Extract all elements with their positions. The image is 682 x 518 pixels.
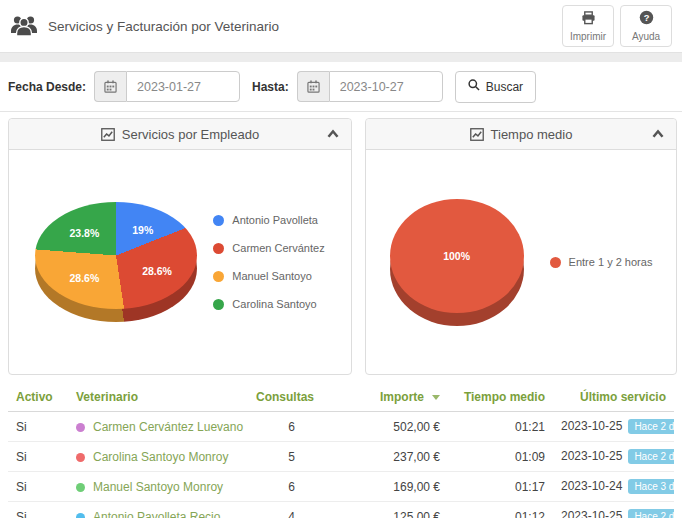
cell-consultas: 5: [248, 442, 303, 472]
table-row: SiCarolina Santoyo Monroy5237,00 €01:092…: [8, 442, 674, 472]
chart-icon: [470, 128, 484, 141]
cell-veterinario: Antonio Pavolleta Recio: [68, 502, 248, 518]
panel-header: Servicios por Empleado: [9, 119, 351, 150]
collapse-chevron-up-icon[interactable]: [652, 129, 664, 138]
veterinario-link[interactable]: Carolina Santoyo Monroy: [93, 450, 228, 464]
printer-icon: [581, 11, 596, 28]
cell-ultimo-servicio: 2023-10-25Hace 2 días: [553, 412, 674, 442]
cell-importe: 125,00 €: [303, 502, 448, 518]
help-button[interactable]: ? Ayuda: [620, 5, 672, 47]
pie-slice-label: 28.6%: [69, 272, 99, 284]
veterinario-link[interactable]: Antonio Pavolleta Recio: [93, 510, 220, 518]
search-button-label: Buscar: [486, 80, 523, 94]
legend-label: Antonio Pavolleta: [232, 214, 318, 226]
date-filter-bar: Fecha Desde: Hasta:: [0, 62, 682, 112]
col-importe[interactable]: Importe: [303, 383, 448, 412]
date-from-input[interactable]: [126, 71, 240, 102]
table-row: SiCarmen Cervántez Luevano6502,00 €01:21…: [8, 412, 674, 442]
panel-servicios-por-empleado: Servicios por Empleado 19%28.6%28.6%23.8…: [8, 118, 352, 375]
legend-color-dot: [213, 243, 224, 254]
users-group-icon: [10, 15, 38, 37]
pie-slice-labels: 19%28.6%28.6%23.8%: [35, 202, 197, 309]
legend-color-dot: [213, 271, 224, 282]
calendar-icon[interactable]: [297, 71, 329, 102]
pie-slice-label: 28.6%: [142, 265, 172, 277]
cell-veterinario: Carolina Santoyo Monroy: [68, 442, 248, 472]
cell-activo: Si: [8, 502, 68, 518]
cell-consultas: 6: [248, 412, 303, 442]
veterinario-link[interactable]: Manuel Santoyo Monroy: [93, 480, 223, 494]
top-navbar: Servicios y Facturación por Veterinario …: [0, 0, 682, 52]
cell-consultas: 4: [248, 502, 303, 518]
col-consultas[interactable]: Consultas: [248, 383, 303, 412]
date-to-input[interactable]: [329, 71, 443, 102]
col-tiempo-medio[interactable]: Tiempo medio: [448, 383, 553, 412]
veterinarios-table: Activo Veterinario Consultas Importe Tie…: [8, 383, 674, 518]
search-button[interactable]: Buscar: [455, 71, 536, 103]
cell-ultimo-servicio: 2023-10-24Hace 3 días: [553, 472, 674, 502]
cell-importe: 169,00 €: [303, 472, 448, 502]
vet-color-dot: [76, 423, 85, 432]
legend-color-dot: [550, 257, 561, 268]
cell-consultas: 6: [248, 472, 303, 502]
print-button-label: Imprimir: [570, 31, 606, 42]
days-ago-badge: Hace 2 días: [628, 509, 674, 518]
search-icon: [468, 79, 480, 94]
col-activo[interactable]: Activo: [8, 383, 68, 412]
print-button[interactable]: Imprimir: [562, 5, 614, 47]
cell-veterinario: Carmen Cervántez Luevano: [68, 412, 248, 442]
sort-desc-icon: [432, 395, 440, 400]
svg-text:?: ?: [643, 13, 649, 23]
panel-body: 19%28.6%28.6%23.8% Antonio PavolletaCarm…: [9, 150, 351, 374]
cell-ultimo-servicio: 2023-10-25Hace 2 días: [553, 502, 674, 518]
legend-item[interactable]: Entre 1 y 2 horas: [550, 256, 653, 268]
legend-label: Carmen Cervántez: [232, 242, 324, 254]
pie-slice-label: 23.8%: [69, 227, 99, 239]
pie-slice-label: 100%: [443, 250, 470, 262]
col-veterinario[interactable]: Veterinario: [68, 383, 248, 412]
cell-tiempo-medio: 01:09: [448, 442, 553, 472]
cell-tiempo-medio: 01:12: [448, 502, 553, 518]
section-divider: [0, 52, 682, 62]
date-from-group: [94, 71, 240, 102]
collapse-chevron-up-icon[interactable]: [327, 129, 339, 138]
legend-item[interactable]: Carolina Santoyo: [213, 298, 324, 310]
pie-slice-label: 19%: [132, 224, 153, 236]
pie-chart-servicios: 19%28.6%28.6%23.8%: [35, 202, 197, 322]
cell-importe: 502,00 €: [303, 412, 448, 442]
navbar-actions: Imprimir ? Ayuda: [562, 5, 672, 47]
cell-ultimo-servicio: 2023-10-25Hace 2 días: [553, 442, 674, 472]
legend-label: Manuel Santoyo: [232, 270, 312, 282]
date-to-group: [297, 71, 443, 102]
legend-label: Entre 1 y 2 horas: [569, 256, 653, 268]
vet-color-dot: [76, 513, 85, 518]
cell-tiempo-medio: 01:17: [448, 472, 553, 502]
table-row: SiAntonio Pavolleta Recio4125,00 €01:122…: [8, 502, 674, 518]
calendar-icon[interactable]: [94, 71, 126, 102]
vet-color-dot: [76, 453, 85, 462]
cell-activo: Si: [8, 412, 68, 442]
legend-item[interactable]: Antonio Pavolleta: [213, 214, 324, 226]
help-icon: ?: [639, 10, 654, 28]
legend-color-dot: [213, 215, 224, 226]
chart-icon: [101, 128, 115, 141]
help-button-label: Ayuda: [632, 31, 660, 42]
cell-tiempo-medio: 01:21: [448, 412, 553, 442]
panel-tiempo-medio: Tiempo medio 100% Entre 1 y 2 horas: [365, 118, 677, 375]
date-from-label: Fecha Desde:: [8, 80, 86, 94]
table-row: SiManuel Santoyo Monroy6169,00 €01:17202…: [8, 472, 674, 502]
pie-chart-tiempo-medio: 100%: [390, 199, 524, 326]
veterinario-link[interactable]: Carmen Cervántez Luevano: [93, 420, 243, 434]
legend-item[interactable]: Manuel Santoyo: [213, 270, 324, 282]
days-ago-badge: Hace 2 días: [628, 449, 674, 464]
legend-item[interactable]: Carmen Cervántez: [213, 242, 324, 254]
table-body: SiCarmen Cervántez Luevano6502,00 €01:21…: [8, 412, 674, 518]
days-ago-badge: Hace 3 días: [628, 479, 674, 494]
chart-legend: Antonio PavolletaCarmen CervántezManuel …: [213, 214, 324, 310]
col-ultimo-servicio[interactable]: Último servicio: [553, 383, 674, 412]
page-title: Servicios y Facturación por Veterinario: [48, 19, 279, 34]
panel-title: Servicios por Empleado: [122, 127, 259, 142]
vet-color-dot: [76, 483, 85, 492]
cell-veterinario: Manuel Santoyo Monroy: [68, 472, 248, 502]
days-ago-badge: Hace 2 días: [628, 419, 674, 434]
